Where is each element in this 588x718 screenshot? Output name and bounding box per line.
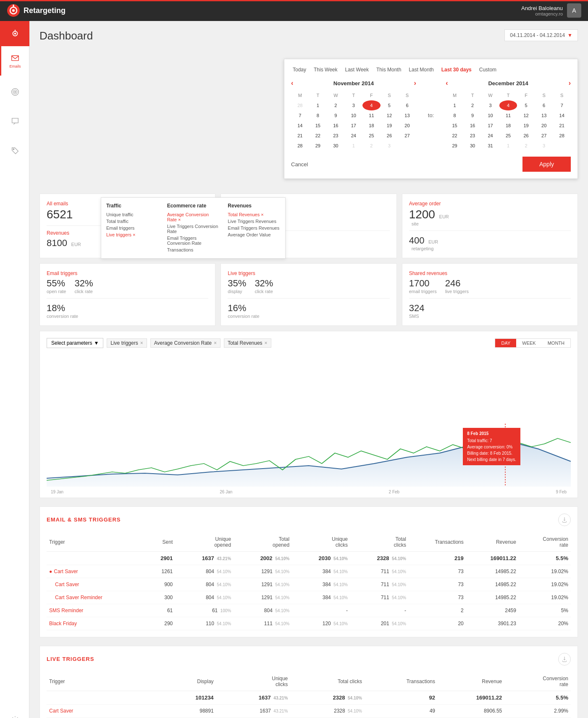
cal-day[interactable]: 21 <box>291 131 309 141</box>
expand-button[interactable] <box>558 514 571 526</box>
cal-day[interactable]: 29 <box>309 141 327 151</box>
param-item[interactable]: Email Triggers Revenues <box>228 225 280 231</box>
cal-day[interactable]: 23 <box>464 131 482 141</box>
param-item[interactable]: Email Triggers Conversion Rate <box>167 235 220 246</box>
cal-day[interactable]: 24 <box>345 131 363 141</box>
cal-day[interactable]: 14 <box>553 110 571 121</box>
cal-day[interactable]: 15 <box>309 121 327 131</box>
cal-day-selected[interactable]: 4 <box>362 100 381 110</box>
cal-day[interactable]: 18 <box>362 121 381 131</box>
view-day-button[interactable]: DAY <box>495 339 516 347</box>
quick-this-week[interactable]: This Week <box>312 66 339 73</box>
cal-day[interactable]: 3 <box>345 100 363 110</box>
cal-day[interactable]: 25 <box>362 131 381 141</box>
quick-this-month[interactable]: This Month <box>375 66 403 73</box>
row-trigger[interactable]: Cart Saver <box>47 578 146 591</box>
cal-day[interactable]: 23 <box>327 131 345 141</box>
param-item[interactable]: Live Triggers Conversion Rate <box>167 223 220 235</box>
cal-day[interactable]: 7 <box>553 100 571 110</box>
row-trigger[interactable]: Cart Saver <box>47 704 165 717</box>
param-item[interactable]: Email triggers <box>106 225 159 231</box>
cal-day[interactable]: 5 <box>381 100 399 110</box>
cal-day[interactable]: 24 <box>481 131 499 141</box>
cal-day[interactable]: 27 <box>398 131 416 141</box>
cal-day[interactable]: 6 <box>398 100 416 110</box>
cal-day[interactable]: 28 <box>291 141 309 151</box>
param-item[interactable]: Unique traffic <box>106 211 159 218</box>
view-month-button[interactable]: MONTH <box>542 339 570 347</box>
param-item[interactable]: Transactions <box>167 246 220 253</box>
cal-day[interactable]: 19 <box>381 121 399 131</box>
nov-prev-btn[interactable]: ‹ <box>291 79 293 87</box>
sidebar-item-tags[interactable] <box>0 136 29 165</box>
cal-day[interactable] <box>398 141 416 151</box>
cal-day[interactable]: 9 <box>464 110 482 121</box>
cal-day[interactable]: 26 <box>517 131 535 141</box>
cal-day[interactable]: 12 <box>517 110 535 121</box>
param-item[interactable]: Live Triggers Revenues <box>228 218 280 225</box>
cal-day[interactable]: 20 <box>535 121 553 131</box>
cal-day[interactable]: 25 <box>499 131 517 141</box>
cal-day[interactable] <box>553 141 571 151</box>
quick-last-week[interactable]: Last Week <box>344 66 370 73</box>
dec-prev-btn[interactable]: ‹ <box>446 79 448 87</box>
sidebar-item-chat[interactable] <box>0 107 29 136</box>
cal-day[interactable]: 3 <box>535 141 553 151</box>
cal-day[interactable]: 2 <box>327 100 345 110</box>
quick-last-month[interactable]: Last Month <box>407 66 435 73</box>
cal-day[interactable]: 22 <box>309 131 327 141</box>
cal-day[interactable]: 22 <box>446 131 464 141</box>
cal-day[interactable]: 7 <box>291 110 309 121</box>
cal-day[interactable]: 6 <box>535 100 553 110</box>
cal-day[interactable]: 1 <box>446 100 464 110</box>
cal-day[interactable]: 2 <box>517 141 535 151</box>
cancel-button[interactable]: Cancel <box>291 161 308 168</box>
row-trigger[interactable]: Black Friday <box>47 617 146 630</box>
cal-day[interactable]: 28 <box>291 100 309 110</box>
cal-day[interactable]: 17 <box>481 121 499 131</box>
sidebar-item-logo[interactable] <box>0 21 29 46</box>
nov-next-btn[interactable]: › <box>414 79 416 87</box>
param-item-selected[interactable]: Total Revenues × <box>228 211 280 218</box>
param-item-selected[interactable]: Live triggers × <box>106 231 159 238</box>
cal-day[interactable]: 16 <box>327 121 345 131</box>
cal-day[interactable]: 5 <box>517 100 535 110</box>
cal-day[interactable]: 19 <box>517 121 535 131</box>
cal-day[interactable]: 13 <box>535 110 553 121</box>
expand-button[interactable] <box>558 653 571 666</box>
cal-day[interactable]: 8 <box>446 110 464 121</box>
cal-day[interactable]: 18 <box>499 121 517 131</box>
cal-day[interactable]: 1 <box>309 100 327 110</box>
cal-day[interactable]: 11 <box>499 110 517 121</box>
cal-day[interactable]: 27 <box>535 131 553 141</box>
quick-today[interactable]: Today <box>291 66 308 73</box>
cal-day[interactable]: 30 <box>464 141 482 151</box>
row-trigger[interactable]: ●Cart Saver <box>47 565 146 578</box>
select-params-button[interactable]: Select parameters ▼ <box>47 338 103 348</box>
param-item-selected[interactable]: Average Conversion Rate × <box>167 211 220 223</box>
quick-last-30[interactable]: Last 30 days <box>440 66 473 73</box>
view-week-button[interactable]: WEEK <box>516 339 541 347</box>
cal-day[interactable]: 21 <box>553 121 571 131</box>
cal-day[interactable]: 17 <box>345 121 363 131</box>
cal-day[interactable]: 2 <box>464 100 482 110</box>
cal-day[interactable]: 9 <box>327 110 345 121</box>
cal-day[interactable]: 8 <box>309 110 327 121</box>
sidebar-item-emails[interactable]: Emails <box>0 46 29 76</box>
cal-day[interactable]: 13 <box>398 110 416 121</box>
cal-day[interactable]: 10 <box>481 110 499 121</box>
cal-day[interactable]: 20 <box>398 121 416 131</box>
param-item[interactable]: Average Order Value <box>228 231 280 238</box>
sidebar-item-settings[interactable] <box>0 705 29 718</box>
cal-day[interactable]: 26 <box>381 131 399 141</box>
quick-custom[interactable]: Custom <box>478 66 498 73</box>
row-trigger[interactable]: Cart Saver Reminder <box>47 591 146 604</box>
cal-day[interactable]: 1 <box>499 141 517 151</box>
date-range-button[interactable]: 04.11.2014 - 04.12.2014 ▼ <box>504 29 578 41</box>
cal-day-selected[interactable]: 4 <box>499 100 517 110</box>
cal-day[interactable]: 15 <box>446 121 464 131</box>
cal-day[interactable]: 14 <box>291 121 309 131</box>
cal-day[interactable]: 30 <box>327 141 345 151</box>
cal-day[interactable]: 10 <box>345 110 363 121</box>
cal-day[interactable]: 28 <box>553 131 571 141</box>
